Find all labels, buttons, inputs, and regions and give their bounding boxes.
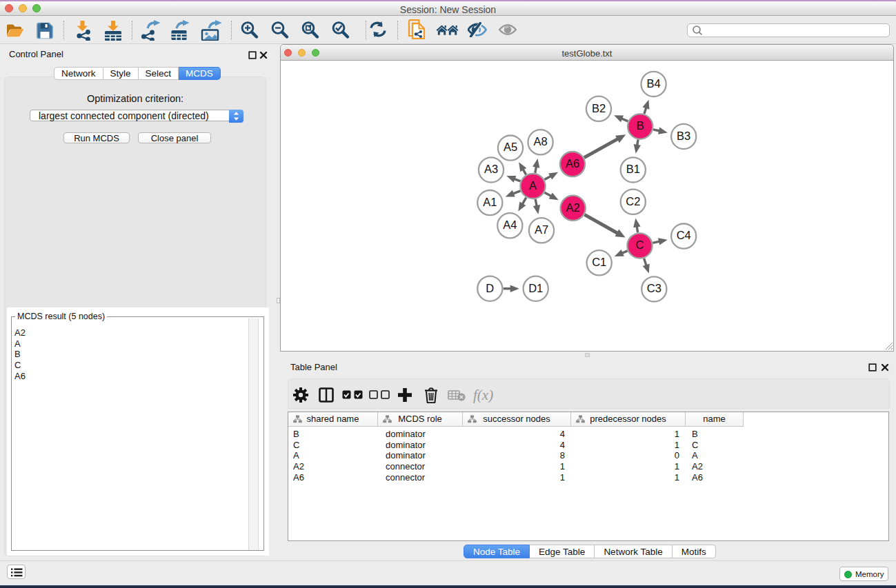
svg-text:B3: B3 <box>677 130 690 142</box>
svg-text:A4: A4 <box>503 219 517 231</box>
svg-text:D: D <box>486 282 494 294</box>
svg-text:A8: A8 <box>534 135 548 148</box>
svg-text:A6: A6 <box>566 157 579 170</box>
svg-text:A: A <box>529 179 537 192</box>
svg-text:B4: B4 <box>647 77 661 90</box>
svg-text:B2: B2 <box>592 102 606 114</box>
svg-text:A1: A1 <box>483 196 497 208</box>
svg-text:C: C <box>636 239 644 251</box>
svg-text:A2: A2 <box>566 201 580 214</box>
svg-text:A3: A3 <box>484 163 498 175</box>
svg-text:B1: B1 <box>626 163 640 175</box>
svg-text:C1: C1 <box>592 256 606 268</box>
svg-text:C2: C2 <box>626 195 640 207</box>
svg-text:A7: A7 <box>535 223 548 236</box>
svg-text:C4: C4 <box>677 229 691 241</box>
svg-text:C3: C3 <box>647 282 661 294</box>
svg-text:A5: A5 <box>504 141 517 153</box>
svg-text:B: B <box>637 119 644 132</box>
svg-text:D1: D1 <box>528 282 543 294</box>
